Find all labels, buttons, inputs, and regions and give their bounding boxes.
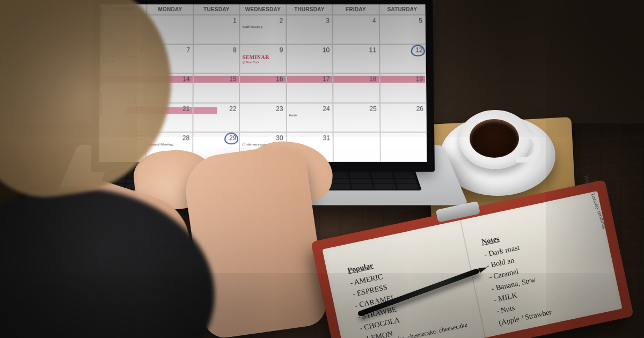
calendar-day[interactable]: 24break <box>287 103 333 133</box>
circle-mark-icon <box>224 133 238 145</box>
calendar-day[interactable]: 19 <box>379 74 426 103</box>
calendar-day[interactable]: 18 <box>333 74 379 103</box>
day-number: 22 <box>229 105 236 113</box>
circle-mark-icon <box>411 45 425 56</box>
day-number: 23 <box>276 105 283 113</box>
day-number: 4 <box>372 17 376 25</box>
day-number: 1 <box>233 17 237 25</box>
day-number: 17 <box>323 76 330 83</box>
coffee-liquid <box>470 119 519 158</box>
notes-margin: Happy - Tuesday morning <box>583 174 608 229</box>
calendar-day[interactable]: 2Staff meeting <box>240 15 287 44</box>
calendar-day[interactable]: 8 <box>193 44 240 74</box>
day-number: 28 <box>182 135 189 142</box>
day-header: WEDNESDAY <box>240 4 287 15</box>
notes-right-column: Notes - Dark roast- Bold an- Caramel- Ba… <box>480 225 553 329</box>
calendar-day[interactable]: 23 <box>239 103 286 133</box>
day-number: 24 <box>323 105 330 113</box>
calendar-day[interactable]: 17 <box>286 74 333 103</box>
day-header: TUESDAY <box>193 4 240 15</box>
calendar-day[interactable]: 26 <box>380 103 427 133</box>
calendar-day[interactable]: 9SEMINAR@ New York <box>240 44 287 74</box>
day-number: 15 <box>229 76 236 83</box>
calendar-day[interactable]: 1 <box>193 15 240 44</box>
day-number: 2 <box>280 17 283 25</box>
day-header: MONDAY <box>147 4 194 15</box>
calendar-day[interactable]: 3 <box>286 15 333 44</box>
day-header: FRIDAY <box>333 4 379 15</box>
day-note: Annual Meeting <box>149 143 190 147</box>
day-number: 7 <box>186 46 190 54</box>
calendar-day[interactable]: 11 <box>333 44 379 74</box>
calendar-day[interactable] <box>380 133 427 162</box>
day-number: 8 <box>233 46 237 54</box>
calendar-day[interactable] <box>333 133 380 162</box>
day-note: break <box>289 113 331 117</box>
workspace-photo: 10:45 schedule timeline to do memo SUNDA… <box>0 0 644 338</box>
day-number: 10 <box>323 46 330 54</box>
day-number: 11 <box>369 46 376 54</box>
day-number: 19 <box>416 76 423 83</box>
day-header: THURSDAY <box>286 4 333 15</box>
day-header: SATURDAY <box>379 4 426 15</box>
calendar-day[interactable]: 4 <box>333 15 379 44</box>
calendar-day[interactable]: 25 <box>333 103 380 133</box>
day-number: 25 <box>369 105 376 113</box>
calendar-day[interactable]: 22 <box>193 103 239 133</box>
day-number: 16 <box>276 76 283 83</box>
calendar-day[interactable]: 16 <box>239 74 286 103</box>
seminar-note: SEMINAR@ New York <box>243 54 284 64</box>
day-number: 21 <box>182 105 189 113</box>
calendar-day[interactable]: 5 <box>379 15 426 44</box>
calendar-day[interactable]: 12 <box>379 44 426 74</box>
day-number: 9 <box>280 46 283 54</box>
calendar-day[interactable]: 15 <box>193 74 239 103</box>
calendar-header-row: SUNDAY MONDAY TUESDAY WEDNESDAY THURSDAY… <box>100 4 426 15</box>
day-note: Staff meeting <box>243 25 284 29</box>
calendar-day[interactable]: 10 <box>286 44 333 74</box>
day-number: 5 <box>419 17 422 25</box>
day-number: 18 <box>369 76 376 83</box>
day-number: 14 <box>182 76 189 83</box>
day-number: 31 <box>323 135 330 142</box>
day-number: 3 <box>326 17 330 25</box>
day-number: 26 <box>416 105 423 113</box>
